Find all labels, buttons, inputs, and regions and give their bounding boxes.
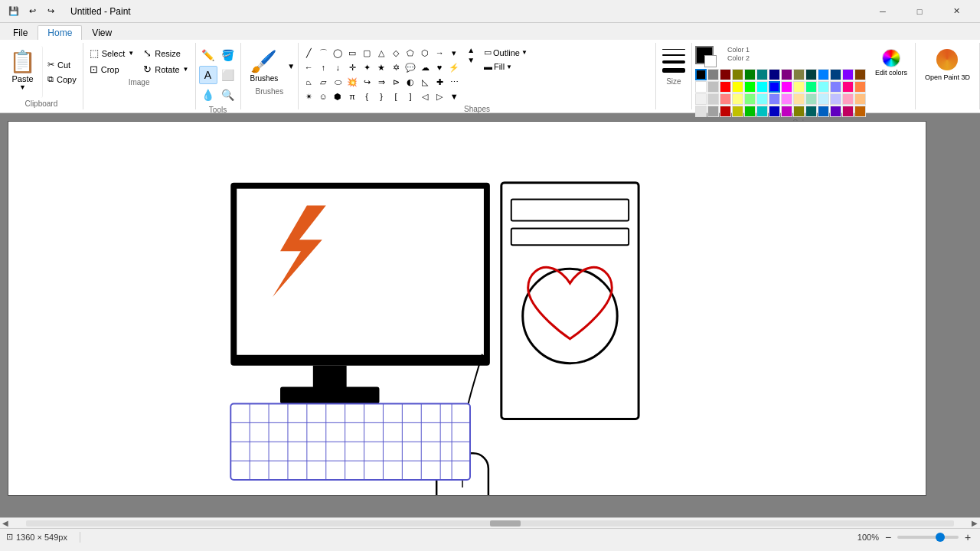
shape-oval[interactable]: ◯ xyxy=(331,46,345,60)
maximize-button[interactable]: □ xyxy=(902,0,937,23)
palette-swatch-0-10[interactable] xyxy=(818,69,829,80)
palette-swatch-0-6[interactable] xyxy=(769,69,780,80)
size-selector[interactable] xyxy=(659,46,688,76)
palette-swatch-2-6[interactable] xyxy=(769,93,780,105)
palette-swatch-3-1[interactable] xyxy=(707,106,719,117)
shape-notched[interactable]: ⊳ xyxy=(389,75,403,89)
select-button[interactable]: ⬚ Select ▼ xyxy=(87,46,138,60)
edit-colors-button[interactable]: Edit colors xyxy=(871,46,912,80)
palette-swatch-1-13[interactable] xyxy=(854,81,866,93)
palette-swatch-0-8[interactable] xyxy=(793,69,805,80)
shape-arrow-u[interactable]: ↑ xyxy=(316,60,330,74)
brushes-dropdown[interactable]: ▼ xyxy=(287,62,295,70)
palette-swatch-0-2[interactable] xyxy=(720,69,731,80)
palette-swatch-0-3[interactable] xyxy=(732,69,743,80)
shape-more[interactable]: ▾ xyxy=(447,46,461,60)
shape-right-brace[interactable]: } xyxy=(374,90,388,103)
canvas[interactable] xyxy=(8,121,926,496)
size-4[interactable] xyxy=(662,68,685,73)
shape-curve[interactable]: ⌒ xyxy=(316,46,330,60)
shapes-scroll-down[interactable]: ▼ xyxy=(467,56,475,64)
palette-swatch-0-11[interactable] xyxy=(830,69,841,80)
close-button[interactable]: ✕ xyxy=(939,0,974,23)
shape-a1[interactable]: ◁ xyxy=(418,90,432,103)
copy-button[interactable]: ⧉ Copy xyxy=(44,73,80,86)
palette-swatch-0-13[interactable] xyxy=(854,69,866,80)
shape-chess[interactable]: ⬢ xyxy=(331,90,345,103)
redo-button[interactable]: ↪ xyxy=(43,4,58,19)
scroll-left-arrow[interactable]: ◀ xyxy=(0,518,11,529)
eraser-tool[interactable]: ⬜ xyxy=(219,66,237,84)
shape-trapezoid[interactable]: ⏢ xyxy=(302,75,315,89)
colorpicker-tool[interactable]: 💧 xyxy=(199,86,217,104)
palette-swatch-2-4[interactable] xyxy=(744,93,756,105)
text-tool active[interactable]: A xyxy=(199,66,217,84)
palette-swatch-1-10[interactable] xyxy=(818,81,829,93)
shape-pi[interactable]: π xyxy=(345,90,359,103)
palette-swatch-2-5[interactable] xyxy=(756,93,768,105)
fill-tool[interactable]: 🪣 xyxy=(219,46,237,64)
palette-swatch-0-5[interactable] xyxy=(756,69,768,80)
cut-button[interactable]: ✂ Cut xyxy=(44,58,80,71)
shape-star4[interactable]: ✦ xyxy=(360,60,374,74)
shape-parallelogram[interactable]: ▱ xyxy=(316,75,330,89)
palette-swatch-2-1[interactable] xyxy=(707,93,719,105)
shape-lightning[interactable]: ⚡ xyxy=(447,60,461,74)
outline-button[interactable]: ▭ Outline ▼ xyxy=(481,46,531,59)
palette-swatch-3-10[interactable] xyxy=(818,106,829,117)
palette-swatch-3-13[interactable] xyxy=(854,106,866,117)
palette-swatch-3-5[interactable] xyxy=(756,106,768,117)
undo-button[interactable]: ↩ xyxy=(24,4,40,19)
shape-misc[interactable]: ⋯ xyxy=(447,75,461,89)
shape-arrow-d[interactable]: ↓ xyxy=(331,60,345,74)
canvas-scroll-area[interactable] xyxy=(0,113,980,517)
shapes-scroll-up[interactable]: ▲ xyxy=(467,46,475,54)
palette-swatch-0-4[interactable] xyxy=(744,69,756,80)
palette-swatch-1-0[interactable] xyxy=(695,81,707,93)
shape-explosion[interactable]: 💥 xyxy=(345,75,359,89)
palette-swatch-3-2[interactable] xyxy=(720,106,731,117)
palette-swatch-2-0[interactable] xyxy=(695,93,707,105)
shape-cloud[interactable]: ☁ xyxy=(418,60,432,74)
palette-swatch-2-8[interactable] xyxy=(793,93,805,105)
palette-swatch-2-13[interactable] xyxy=(854,93,866,105)
palette-swatch-1-7[interactable] xyxy=(781,81,792,93)
shape-arrow-l[interactable]: ← xyxy=(302,60,315,74)
palette-swatch-2-10[interactable] xyxy=(818,93,829,105)
shape-smiley[interactable]: ☺ xyxy=(316,90,330,103)
palette-swatch-3-11[interactable] xyxy=(830,106,841,117)
palette-swatch-2-2[interactable] xyxy=(720,93,731,105)
palette-swatch-1-11[interactable] xyxy=(830,81,841,93)
shape-rect[interactable]: ▭ xyxy=(345,46,359,60)
palette-swatch-2-9[interactable] xyxy=(805,93,817,105)
palette-swatch-2-7[interactable] xyxy=(781,93,792,105)
palette-swatch-1-2[interactable] xyxy=(720,81,731,93)
palette-swatch-0-12[interactable] xyxy=(842,69,854,80)
open-paint3d-button[interactable]: Open Paint 3D xyxy=(919,46,976,84)
palette-swatch-1-3[interactable] xyxy=(732,81,743,93)
shape-line[interactable]: ╱ xyxy=(302,46,315,60)
shape-callout[interactable]: 💬 xyxy=(403,60,417,74)
shape-half-circle[interactable]: ◐ xyxy=(403,75,417,89)
shape-left-bracket[interactable]: [ xyxy=(389,90,403,103)
palette-swatch-0-0[interactable] xyxy=(695,69,707,80)
shape-left-brace[interactable]: { xyxy=(360,90,374,103)
palette-swatch-0-9[interactable] xyxy=(805,69,817,80)
shape-arrow-r[interactable]: → xyxy=(433,46,446,60)
rotate-button[interactable]: ↻ Rotate ▼ xyxy=(140,62,191,77)
shape-triangle[interactable]: △ xyxy=(374,46,388,60)
palette-swatch-1-6[interactable] xyxy=(769,81,780,93)
size-2[interactable] xyxy=(662,54,685,56)
palette-swatch-3-9[interactable] xyxy=(805,106,817,117)
palette-swatch-0-1[interactable] xyxy=(707,69,719,80)
palette-swatch-3-0[interactable] xyxy=(695,106,707,117)
scroll-right-arrow[interactable]: ▶ xyxy=(969,518,980,529)
zoom-slider[interactable] xyxy=(897,536,959,539)
shape-cross[interactable]: ✚ xyxy=(433,75,446,89)
palette-swatch-1-1[interactable] xyxy=(707,81,719,93)
shape-diamond[interactable]: ◇ xyxy=(389,46,403,60)
palette-swatch-1-5[interactable] xyxy=(756,81,768,93)
shape-star5[interactable]: ★ xyxy=(374,60,388,74)
scroll-thumb[interactable] xyxy=(490,520,521,527)
palette-swatch-1-9[interactable] xyxy=(805,81,817,93)
